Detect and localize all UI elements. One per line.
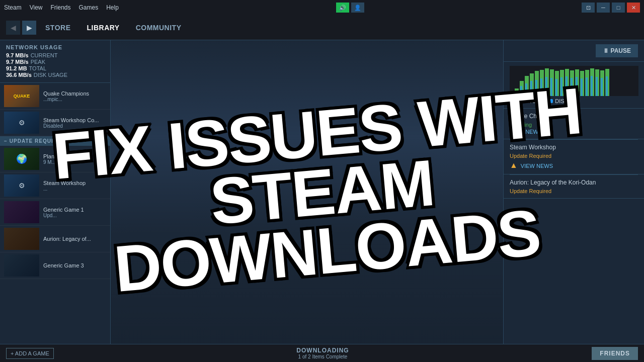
disk-label: DISK USAGE [34, 72, 67, 78]
section-label: UPDATE REQUIRED [10, 138, 65, 144]
list-item[interactable]: Generic Game 3 [0, 252, 110, 279]
pause-button[interactable]: ⏸ PAUSE [596, 44, 638, 57]
downloading-label: DOWNLOADING [296, 347, 349, 354]
window-controls: ⊡ ─ □ ✕ [582, 3, 640, 13]
resize-icon[interactable]: ⊡ [582, 3, 595, 13]
network-dot [510, 99, 514, 103]
svg-rect-20 [510, 92, 512, 96]
center-panel [111, 40, 503, 362]
game-name: Generic Game 1 [43, 207, 106, 213]
legend-network: NETWORK [510, 98, 544, 104]
svg-rect-24 [530, 81, 532, 96]
game-info: Quake Champions ...mpic... [43, 90, 106, 102]
network-usage-title: NETWORK USAGE [6, 44, 104, 50]
dl-item-status: Updating [510, 122, 638, 128]
game-thumbnail [4, 201, 39, 223]
game-info: Generic Game 1 Upd... [43, 207, 106, 218]
game-status: ... [43, 186, 106, 192]
disk-legend-label: DISK [555, 98, 568, 104]
svg-rect-28 [550, 78, 552, 96]
maximize-button[interactable]: □ [612, 3, 625, 13]
forward-button[interactable]: ▶ [22, 21, 36, 35]
titlebar: Steam View Friends Games Help 🔊 👤 ⊡ ─ □ … [0, 0, 644, 15]
list-item[interactable]: ⚙ Steam Workshop Co... Disabled [0, 110, 110, 136]
list-item[interactable]: QUAKE Quake Champions ...mpic... [0, 83, 110, 110]
list-item[interactable]: ⚙ Steam Workshop ... [0, 172, 110, 199]
list-item[interactable]: Aurion: Legacy of the Kori-Odan Update R… [504, 175, 644, 199]
minimize-button[interactable]: ─ [597, 3, 610, 13]
list-item[interactable]: Quake Champions Updating VIEW NEWS [504, 109, 644, 139]
nav-library[interactable]: LIBRARY [79, 21, 126, 35]
game-info: Steam Workshop ... [43, 180, 106, 192]
svg-rect-36 [591, 76, 593, 96]
game-name: Steam Workshop Co... [43, 117, 106, 123]
nav-community[interactable]: COMMUNITY [129, 21, 189, 35]
dl-item-status: Update Required [510, 188, 638, 194]
graph-legend: NETWORK DISK [510, 98, 638, 104]
pause-label: PAUSE [611, 47, 631, 54]
dl-item-title: Quake Champions [510, 113, 638, 120]
friends-button[interactable]: FRIENDS [592, 347, 638, 360]
svg-rect-22 [520, 86, 522, 96]
game-name: Generic Game 3 [43, 262, 106, 268]
back-button[interactable]: ◀ [6, 21, 20, 35]
game-name: Quake Champions [43, 90, 106, 97]
total-usage-row: 91.2 MB TOTAL [6, 65, 104, 71]
graph-svg [510, 66, 638, 96]
total-value: 91.2 MB [6, 65, 27, 71]
list-item[interactable]: Aurion: Legacy of... [0, 226, 110, 252]
svg-rect-21 [515, 91, 517, 96]
close-button[interactable]: ✕ [627, 3, 640, 13]
disk-dot [549, 99, 553, 103]
game-thumbnail: QUAKE [4, 85, 39, 107]
graph-canvas [510, 66, 638, 96]
update-icon: ▲ [510, 161, 518, 170]
menu-games[interactable]: Games [79, 4, 99, 11]
list-item[interactable]: Generic Game 1 Upd... [0, 199, 110, 226]
svg-rect-31 [566, 76, 568, 96]
peak-usage-row: 9.7 MB/s PEAK [6, 59, 104, 65]
peak-label: PEAK [31, 59, 45, 65]
add-game-button[interactable]: + ADD A GAME [6, 348, 54, 359]
game-status: Upd... [43, 213, 106, 218]
current-value: 9.7 MB/s [6, 52, 29, 58]
svg-rect-32 [571, 78, 573, 96]
progress-text: 1 of 2 Items Complete [298, 354, 348, 359]
list-item[interactable]: Steam Workshop Update Required ▲ VIEW NE… [504, 140, 644, 174]
network-usage-panel: NETWORK USAGE 9.7 MB/s CURRENT 9.7 MB/s … [0, 40, 110, 83]
dl-item-status: Update Required [510, 153, 638, 159]
bottom-bar: + ADD A GAME DOWNLOADING 1 of 2 Items Co… [0, 344, 644, 362]
current-label: CURRENT [31, 52, 58, 58]
svg-rect-37 [596, 77, 598, 96]
svg-rect-38 [601, 78, 603, 96]
game-info: Planet Co... 9 M... [43, 153, 106, 165]
svg-rect-26 [540, 78, 542, 96]
pause-icon: ⏸ [603, 47, 609, 54]
game-thumbnail: 🌍 [4, 148, 39, 170]
network-legend-label: NETWORK [516, 98, 544, 104]
view-news-link[interactable]: VIEW NEWS [521, 163, 553, 169]
dl-item-title: Steam Workshop [510, 144, 638, 151]
view-news-link[interactable]: VIEW NEWS [510, 129, 638, 135]
main-content: NETWORK USAGE 9.7 MB/s CURRENT 9.7 MB/s … [0, 40, 644, 362]
menu-view[interactable]: View [30, 4, 43, 11]
game-status: Disabled [43, 123, 106, 129]
legend-disk: DISK [549, 98, 568, 104]
speaker-icon[interactable]: 🔊 [336, 3, 349, 13]
menu-steam[interactable]: Steam [4, 4, 22, 11]
menu-friends[interactable]: Friends [50, 4, 70, 11]
titlebar-menu: Steam View Friends Games Help [4, 4, 119, 11]
svg-rect-33 [576, 77, 578, 96]
peak-value: 9.7 MB/s [6, 59, 29, 65]
section-header-update: − UPDATE REQUIRED [0, 136, 110, 146]
list-item[interactable]: 🌍 Planet Co... 9 M... [0, 146, 110, 172]
svg-rect-29 [555, 79, 557, 96]
menu-help[interactable]: Help [106, 4, 119, 11]
nav-store[interactable]: STORE [38, 21, 77, 35]
dl-item-title: Aurion: Legacy of the Kori-Odan [510, 179, 638, 186]
game-name: Planet Co... [43, 153, 106, 159]
game-thumbnail [4, 228, 39, 250]
svg-rect-27 [545, 77, 547, 96]
titlebar-icon-area: 🔊 👤 [336, 3, 364, 13]
user-icon[interactable]: 👤 [351, 3, 364, 13]
